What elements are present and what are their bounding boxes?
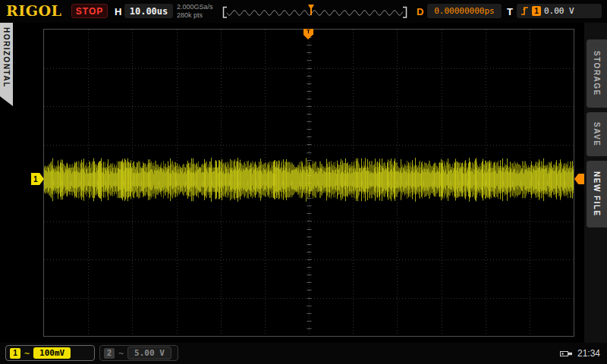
trigger-position-flag: T bbox=[304, 29, 313, 35]
trigger-level-value: 0.00 V bbox=[544, 6, 574, 16]
bottom-status-bar: 1 ~ 100mV 2 ~ 5.00 V 21:34 bbox=[0, 343, 607, 364]
trigger-position-arrow-icon bbox=[304, 35, 313, 39]
menu-item-save-label: SAVE bbox=[593, 122, 601, 147]
delay-label: D bbox=[417, 6, 423, 17]
acquisition-info: 2.000GSa/s 280k pts bbox=[177, 3, 213, 20]
trigger-readout[interactable]: 1 0.00 V bbox=[517, 4, 602, 18]
clock-time: 21:34 bbox=[577, 348, 600, 359]
channel1-number: 1 bbox=[10, 348, 20, 359]
channel1-badge[interactable]: 1 ~ 100mV bbox=[5, 345, 95, 361]
top-status-bar: RIGOL STOP H 10.00us 2.000GSa/s 280k pts… bbox=[0, 0, 607, 23]
channel1-ground-marker[interactable]: 1 bbox=[31, 173, 44, 185]
clock-area: 21:34 bbox=[560, 348, 600, 359]
memory-depth: 280k pts bbox=[177, 11, 213, 20]
usb-icon bbox=[560, 350, 573, 358]
trigger-label: T bbox=[507, 6, 513, 17]
channel2-number: 2 bbox=[104, 348, 115, 359]
rigol-logo: RIGOL bbox=[6, 2, 61, 19]
tab-horizontal-label: HORIZONTAL bbox=[2, 27, 11, 106]
tab-horizontal-menu[interactable]: HORIZONTAL bbox=[0, 23, 13, 106]
memory-position-strip[interactable] bbox=[222, 4, 408, 19]
menu-item-save[interactable]: SAVE bbox=[587, 112, 607, 156]
channel2-badge[interactable]: 2 ~ 5.00 V bbox=[99, 345, 178, 361]
horizontal-label: H bbox=[115, 6, 121, 17]
menu-item-new-file[interactable]: NEW FILE bbox=[587, 161, 607, 228]
channel1-scale: 100mV bbox=[33, 347, 71, 359]
trigger-delay-readout[interactable]: 0.00000000ps bbox=[427, 4, 502, 18]
menu-item-storage[interactable]: STORAGE bbox=[587, 39, 607, 108]
waveform-display bbox=[43, 29, 574, 337]
timebase-readout[interactable]: 10.00us bbox=[124, 4, 173, 18]
menu-item-new-file-label: NEW FILE bbox=[593, 171, 601, 217]
menu-item-storage-label: STORAGE bbox=[593, 51, 601, 96]
rising-edge-icon bbox=[521, 6, 529, 16]
trigger-source-badge: 1 bbox=[532, 6, 541, 16]
channel2-coupling-icon: ~ bbox=[118, 348, 124, 359]
trigger-position-marker[interactable]: T bbox=[304, 29, 313, 39]
run-stop-status[interactable]: STOP bbox=[71, 4, 108, 18]
channel1-coupling-icon: ~ bbox=[24, 348, 30, 359]
sample-rate: 2.000GSa/s bbox=[177, 3, 213, 11]
channel2-scale: 5.00 V bbox=[127, 347, 171, 359]
